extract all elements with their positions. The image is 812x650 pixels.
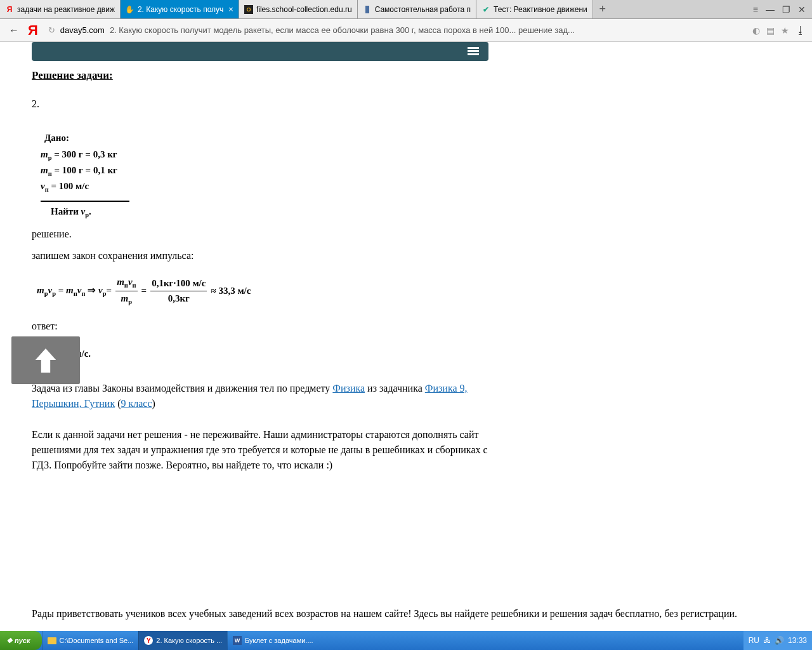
url-domain: davay5.com bbox=[60, 25, 105, 35]
tab-label: files.school-collection.edu.ru bbox=[256, 5, 352, 14]
page-viewport[interactable]: Решение задачи: 2. Дано: mр = 300 г = 0,… bbox=[0, 42, 812, 631]
folder-icon bbox=[48, 637, 56, 644]
problem-source: Задача из главы Законы взаимодействия и … bbox=[32, 381, 488, 411]
volume-icon[interactable]: 🔊 bbox=[775, 636, 784, 645]
reader-icon[interactable]: ▤ bbox=[766, 25, 775, 36]
nav-bar bbox=[32, 42, 488, 61]
windows-taskbar: ❖ пуск C:\Documents and Se... Y 2. Какую… bbox=[0, 631, 812, 650]
help-text: Если к данной задачи нет решения - не пе… bbox=[32, 427, 488, 473]
solution-label: решение. bbox=[32, 227, 780, 242]
law-text: запишем закон сохранения импульса: bbox=[32, 248, 780, 263]
window-controls: ≡ — ❐ ✕ bbox=[747, 0, 812, 18]
link-grade[interactable]: 9 класс bbox=[121, 398, 152, 409]
start-icon: ❖ bbox=[6, 637, 13, 645]
yandex-logo[interactable]: Я bbox=[28, 22, 38, 39]
back-button[interactable]: ← bbox=[6, 23, 22, 38]
given-line-3: vп = 100 м/с bbox=[41, 179, 780, 195]
tab-label: 2. Какую скорость получ bbox=[138, 5, 223, 14]
page-content: Решение задачи: 2. Дано: mр = 300 г = 0,… bbox=[0, 42, 812, 631]
collection-icon: O bbox=[244, 5, 253, 14]
given-divider bbox=[41, 201, 129, 202]
answer-label: ответ: bbox=[32, 319, 780, 334]
taskbar-item-3[interactable]: W Буклет с задачами.... bbox=[227, 631, 318, 650]
yandex-icon: Я bbox=[5, 5, 14, 14]
url-title: 2. Какую скорость получит модель ракеты,… bbox=[110, 25, 575, 35]
system-tray: RU 🖧 🔊 13:33 bbox=[743, 631, 812, 650]
find-label: Найти vр. bbox=[51, 204, 780, 220]
address-bar: ← Я ↻ davay5.com 2. Какую скорость получ… bbox=[0, 19, 812, 42]
task-label: 2. Какую скорость ... bbox=[156, 637, 222, 644]
tab-4[interactable]: Самостоятельная работа п bbox=[358, 0, 476, 18]
tab-2-active[interactable]: ✋ 2. Какую скорость получ × bbox=[121, 0, 239, 18]
task-label: Буклет с задачами.... bbox=[245, 637, 313, 644]
task-label: C:\Documents and Se... bbox=[60, 637, 134, 644]
tab-5[interactable]: ✔ Тест: Реактивное движени bbox=[476, 0, 593, 18]
menu-icon[interactable]: ≡ bbox=[753, 4, 758, 15]
language-indicator[interactable]: RU bbox=[749, 636, 759, 645]
tab-label: задачи на реактивное движ bbox=[17, 5, 115, 14]
close-tab-icon[interactable]: × bbox=[228, 4, 233, 14]
address-actions: ◐ ▤ ★ bbox=[752, 25, 789, 36]
problem-heading: Решение задачи: bbox=[32, 67, 780, 84]
hamburger-icon[interactable] bbox=[468, 46, 479, 56]
yandex-icon: Y bbox=[144, 636, 153, 645]
scroll-to-top-button[interactable] bbox=[11, 336, 80, 384]
hand-icon: ✋ bbox=[126, 5, 134, 14]
tab-label: Тест: Реактивное движени bbox=[494, 5, 587, 14]
formula: mрvр = mпvп ⇒ vр= mпvпmр = 0,1кг·100 м/с… bbox=[37, 275, 780, 307]
globe-icon[interactable]: ◐ bbox=[752, 25, 760, 36]
bookmark-icon[interactable]: ★ bbox=[781, 25, 789, 36]
given-label: Дано: bbox=[44, 131, 780, 145]
taskbar-item-2[interactable]: Y 2. Какую скорость ... bbox=[138, 631, 227, 650]
welcome-text: Рады приветствовать учеников всех учебны… bbox=[32, 606, 780, 621]
arrow-up-icon bbox=[34, 347, 57, 374]
minimize-icon[interactable]: — bbox=[766, 4, 775, 15]
browser-tabs-bar: Я задачи на реактивное движ ✋ 2. Какую с… bbox=[0, 0, 812, 19]
tab-1[interactable]: Я задачи на реактивное движ bbox=[0, 0, 121, 18]
tab-3[interactable]: O files.school-collection.edu.ru bbox=[239, 0, 358, 18]
start-label: пуск bbox=[15, 637, 30, 644]
problem-number: 2. bbox=[32, 96, 780, 112]
downloads-icon[interactable]: ⭳ bbox=[796, 25, 806, 36]
clock[interactable]: 13:33 bbox=[788, 636, 807, 645]
start-button[interactable]: ❖ пуск bbox=[0, 631, 42, 650]
reload-icon[interactable]: ↻ bbox=[48, 25, 55, 35]
checkmark-icon: ✔ bbox=[481, 5, 490, 14]
maximize-icon[interactable]: ❐ bbox=[782, 4, 790, 15]
given-line-1: mр = 300 г = 0,3 кг bbox=[41, 147, 780, 163]
link-subject[interactable]: Физика bbox=[332, 383, 365, 394]
given-line-2: mп = 100 г = 0,1 кг bbox=[41, 163, 780, 179]
doc-icon bbox=[363, 5, 372, 14]
tab-label: Самостоятельная работа п bbox=[375, 5, 471, 14]
answer: vр ≈ 33,3 м/с. bbox=[38, 347, 780, 362]
new-tab-button[interactable]: + bbox=[593, 0, 612, 18]
word-icon: W bbox=[233, 636, 242, 645]
url-field[interactable]: ↻ davay5.com 2. Какую скорость получит м… bbox=[44, 25, 746, 35]
close-window-icon[interactable]: ✕ bbox=[798, 4, 806, 15]
tray-icon-1[interactable]: 🖧 bbox=[763, 636, 771, 645]
taskbar-item-1[interactable]: C:\Documents and Se... bbox=[42, 631, 139, 650]
